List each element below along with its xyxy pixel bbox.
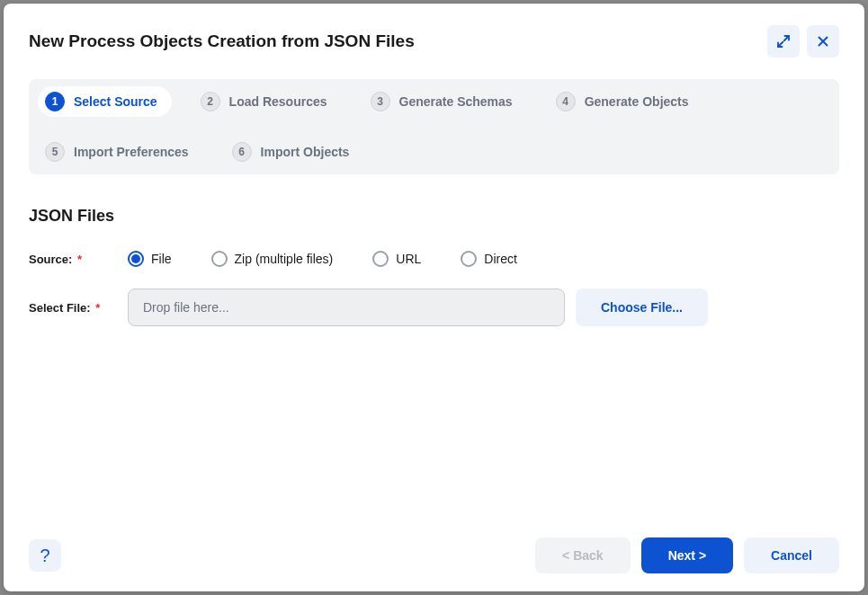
radio-label: URL <box>396 252 421 266</box>
dialog-header: New Process Objects Creation from JSON F… <box>29 25 839 58</box>
radio-icon <box>372 251 389 267</box>
dialog-container: New Process Objects Creation from JSON F… <box>4 4 864 591</box>
file-input-row: Drop file here... Choose File... <box>128 289 708 326</box>
radio-icon <box>211 251 228 267</box>
wizard-stepper: 1Select Source2Load Resources3Generate S… <box>29 79 839 174</box>
source-option-file[interactable]: File <box>128 251 172 267</box>
step-5[interactable]: 5Import Preferences <box>45 142 189 162</box>
step-badge: 6 <box>232 142 252 162</box>
step-2[interactable]: 2Load Resources <box>201 92 327 111</box>
dialog-footer: ? < Back Next > Cancel <box>29 537 839 573</box>
source-label-text: Source: <box>29 253 72 266</box>
step-badge: 3 <box>371 92 390 111</box>
step-label: Generate Objects <box>585 94 689 109</box>
source-option-url[interactable]: URL <box>372 251 421 267</box>
step-badge: 2 <box>201 92 220 111</box>
dialog-header-actions <box>767 25 839 58</box>
choose-file-button[interactable]: Choose File... <box>576 289 708 326</box>
expand-button[interactable] <box>767 25 800 58</box>
step-badge: 1 <box>45 92 65 111</box>
step-label: Select Source <box>74 94 157 109</box>
expand-icon <box>775 33 792 49</box>
next-button[interactable]: Next > <box>641 537 733 573</box>
select-file-row: Select File: * Drop file here... Choose … <box>29 289 839 326</box>
source-row: Source: * FileZip (multiple files)URLDir… <box>29 251 839 267</box>
cancel-button[interactable]: Cancel <box>744 537 839 573</box>
step-label: Generate Schemas <box>399 94 513 109</box>
select-file-label-text: Select File: <box>29 301 91 315</box>
close-button[interactable] <box>807 25 839 58</box>
dialog-title: New Process Objects Creation from JSON F… <box>29 31 415 51</box>
source-option-zip-multiple-files-[interactable]: Zip (multiple files) <box>211 251 334 267</box>
radio-label: Direct <box>484 252 517 266</box>
step-badge: 5 <box>45 142 65 162</box>
step-6[interactable]: 6Import Objects <box>232 142 350 162</box>
source-radio-group: FileZip (multiple files)URLDirect <box>128 251 517 267</box>
select-file-label: Select File: * <box>29 301 128 315</box>
file-dropzone[interactable]: Drop file here... <box>128 289 565 326</box>
step-1[interactable]: 1Select Source <box>38 86 172 117</box>
step-4[interactable]: 4Generate Objects <box>556 92 689 111</box>
close-icon <box>815 33 831 49</box>
dropzone-placeholder: Drop file here... <box>143 300 229 315</box>
help-button[interactable]: ? <box>29 539 61 572</box>
step-3[interactable]: 3Generate Schemas <box>371 92 513 111</box>
section-title: JSON Files <box>29 207 839 226</box>
footer-actions: < Back Next > Cancel <box>535 537 839 573</box>
step-badge: 4 <box>556 92 576 111</box>
radio-label: File <box>151 252 172 266</box>
step-label: Load Resources <box>229 94 327 109</box>
step-label: Import Objects <box>261 145 350 159</box>
step-label: Import Preferences <box>74 145 189 159</box>
source-option-direct[interactable]: Direct <box>461 251 517 267</box>
back-button: < Back <box>535 537 631 573</box>
required-mark: * <box>95 301 100 315</box>
required-mark: * <box>77 253 82 266</box>
radio-icon <box>128 251 144 267</box>
radio-icon <box>461 251 477 267</box>
radio-label: Zip (multiple files) <box>235 252 334 266</box>
source-label: Source: * <box>29 253 128 266</box>
